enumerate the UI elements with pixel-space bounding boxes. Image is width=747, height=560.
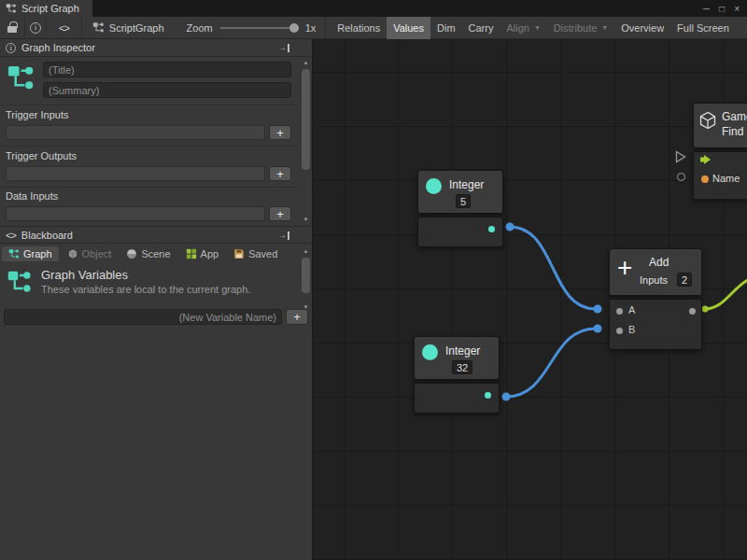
dock-arrow-icon[interactable]: →	[277, 231, 289, 240]
code-view-icon[interactable]: <>	[51, 22, 77, 34]
new-variable-input[interactable]	[4, 309, 282, 325]
window-tab[interactable]: Script Graph	[0, 0, 92, 17]
minimize-icon[interactable]: ─	[703, 4, 710, 14]
graph-name-label: ScriptGraph	[109, 22, 164, 34]
add-node[interactable]: + Add Inputs 2 A B	[609, 248, 702, 350]
divider	[325, 17, 326, 39]
node-title-line1: Game	[722, 110, 747, 123]
script-graph-icon	[6, 3, 17, 14]
tab-scene[interactable]: Scene	[120, 246, 176, 261]
lock-icon[interactable]	[7, 26, 17, 33]
name-input-port[interactable]	[701, 175, 709, 183]
node-title: Integer	[445, 344, 480, 357]
blackboard-header: <> Blackboard →	[0, 226, 312, 244]
node-title: Integer	[449, 178, 484, 191]
graph-asset-icon	[92, 21, 105, 34]
node-header[interactable]: Integer 32	[414, 336, 500, 380]
zoom-slider-knob[interactable]	[289, 23, 299, 33]
input-port-b[interactable]	[616, 328, 623, 334]
value-input-port[interactable]	[677, 173, 685, 181]
inputs-count-field[interactable]: 2	[677, 273, 692, 287]
scroll-up-icon[interactable]: ▲	[300, 246, 312, 256]
integer-output-port[interactable]	[488, 226, 495, 232]
wire-add-output	[705, 280, 747, 309]
tab-object[interactable]: Object	[61, 246, 119, 261]
zoom-label: Zoom	[187, 22, 213, 34]
inspector-scrollbar[interactable]: ▲ ▼	[300, 58, 312, 224]
data-inputs-list[interactable]	[6, 206, 265, 221]
scroll-down-icon[interactable]: ▼	[300, 215, 312, 224]
scroll-up-icon[interactable]: ▲	[300, 58, 312, 67]
save-disk-icon	[233, 248, 245, 259]
data-inputs-label: Data Inputs	[6, 190, 58, 202]
node-body[interactable]	[417, 217, 503, 247]
control-input-port[interactable]	[675, 150, 686, 163]
blackboard-icon: <>	[6, 230, 16, 241]
chevron-down-icon: ▼	[601, 24, 608, 31]
integer-node-5[interactable]: Integer 5	[417, 170, 503, 247]
trigger-inputs-list[interactable]	[6, 125, 265, 140]
add-data-input-button[interactable]: +	[269, 206, 291, 221]
window-controls: ─ □ ×	[703, 0, 747, 17]
trigger-inputs-label: Trigger Inputs	[6, 109, 68, 120]
integer-value-field[interactable]: 32	[452, 360, 472, 374]
tab-saved[interactable]: Saved	[227, 246, 284, 261]
app-grid-icon	[186, 248, 197, 259]
trigger-outputs-label: Trigger Outputs	[6, 150, 77, 161]
divider	[0, 187, 299, 188]
dock-arrow-icon[interactable]: →	[277, 43, 289, 52]
node-header[interactable]: + Add Inputs 2	[609, 248, 702, 296]
node-body[interactable]: Name	[693, 151, 747, 200]
scrollbar-thumb[interactable]	[302, 258, 310, 293]
wire-integer32-to-add-b	[506, 329, 596, 397]
blackboard-scrollbar[interactable]: ▲ ▼	[300, 246, 312, 312]
close-icon[interactable]: ×	[734, 4, 740, 14]
zoom-slider[interactable]	[220, 27, 299, 29]
align-button[interactable]: Align▼	[500, 17, 546, 39]
values-button[interactable]: Values	[387, 17, 430, 39]
graph-summary-input[interactable]	[43, 82, 291, 98]
graph-inspector-title: Graph Inspector	[21, 42, 95, 53]
zoom-value: 1x	[305, 22, 317, 34]
flow-arrow-icon[interactable]	[699, 154, 712, 165]
node-body[interactable]	[414, 383, 500, 413]
carry-button[interactable]: Carry	[462, 17, 500, 39]
add-trigger-output-button[interactable]: +	[269, 166, 291, 181]
blackboard-title: Blackboard	[21, 230, 73, 241]
trigger-outputs-list[interactable]	[6, 166, 265, 181]
add-variable-button[interactable]: +	[286, 309, 308, 325]
scrollbar-thumb[interactable]	[302, 69, 310, 170]
input-port-a[interactable]	[616, 308, 623, 315]
info-icon[interactable]: i	[30, 22, 41, 34]
add-trigger-input-button[interactable]: +	[269, 125, 291, 140]
graph-toolbar: i <> ScriptGraph Zoom 1x Relations Value…	[0, 17, 747, 39]
tab-graph[interactable]: Graph	[2, 246, 59, 261]
integer-value-field[interactable]: 5	[456, 194, 471, 208]
fullscreen-button[interactable]: Full Screen	[670, 17, 736, 39]
maximize-icon[interactable]: □	[719, 4, 725, 14]
divider	[81, 17, 82, 39]
integer-type-icon	[422, 344, 438, 360]
integer-output-port[interactable]	[485, 392, 491, 399]
add-output-port[interactable]	[689, 308, 696, 315]
relations-button[interactable]: Relations	[331, 17, 387, 39]
node-title-line2: Find	[722, 125, 743, 138]
node-header[interactable]: Game Find	[693, 103, 747, 148]
node-title: Add	[649, 256, 669, 269]
wire-integer5-to-add-a	[510, 227, 596, 309]
integer-node-32[interactable]: Integer 32	[414, 336, 500, 413]
distribute-button[interactable]: Distribute▼	[547, 17, 614, 39]
node-header[interactable]: Integer 5	[417, 170, 503, 214]
graph-variables-description: These variables are local to the current…	[41, 284, 250, 295]
overview-button[interactable]: Overview	[614, 17, 670, 39]
divider	[24, 17, 25, 39]
graph-variables-title: Graph Variables	[41, 268, 128, 282]
find-node[interactable]: Game Find Name	[693, 103, 747, 200]
port-a-label: A	[628, 304, 635, 315]
cube-icon	[67, 248, 78, 259]
node-body[interactable]: A B	[609, 299, 702, 350]
tab-app[interactable]: App	[179, 246, 226, 261]
dim-button[interactable]: Dim	[430, 17, 462, 39]
graph-canvas[interactable]: Integer 5 Integer 32 + Add Inputs 2 A B	[313, 39, 747, 560]
graph-title-input[interactable]	[43, 62, 291, 77]
